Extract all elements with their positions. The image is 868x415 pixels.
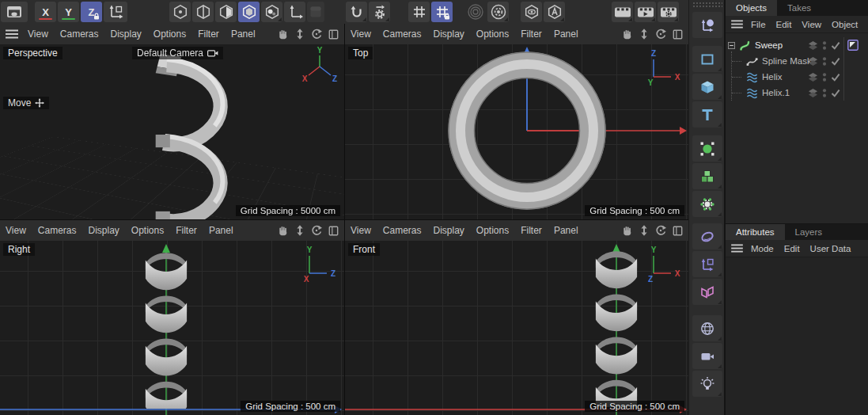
zoom-view-icon[interactable] bbox=[639, 29, 649, 40]
menu-cameras[interactable]: Cameras bbox=[60, 29, 99, 40]
lock-x-axis-button[interactable]: X bbox=[35, 2, 56, 22]
rotate-view-icon[interactable] bbox=[655, 29, 666, 40]
menu-options[interactable]: Options bbox=[476, 29, 509, 40]
menu-options[interactable]: Options bbox=[131, 225, 164, 236]
menu-panel[interactable]: Panel bbox=[554, 29, 578, 40]
rotate-view-icon[interactable] bbox=[311, 225, 322, 236]
menu-object[interactable]: Object bbox=[832, 20, 858, 29]
disabled-slot-button[interactable] bbox=[307, 2, 324, 22]
simulation-button[interactable] bbox=[692, 191, 722, 217]
model-mode-button[interactable] bbox=[238, 2, 260, 22]
tab-attributes[interactable]: Attributes bbox=[726, 224, 785, 240]
toggle-view-layout-icon[interactable] bbox=[328, 29, 339, 40]
tab-objects[interactable]: Objects bbox=[726, 0, 777, 16]
modeling-settings-button[interactable] bbox=[1, 2, 28, 22]
spline-primitives-button[interactable] bbox=[692, 46, 722, 72]
zoom-view-icon[interactable] bbox=[295, 29, 305, 40]
pan-view-icon[interactable] bbox=[278, 225, 289, 236]
menu-view[interactable]: View bbox=[28, 29, 48, 40]
lock-z-axis-button[interactable]: Z bbox=[81, 2, 102, 22]
tab-takes[interactable]: Takes bbox=[777, 0, 821, 16]
viewport-top-canvas[interactable]: Top Z X Y Grid Spacing : 500 cm bbox=[345, 44, 688, 219]
menu-display[interactable]: Display bbox=[88, 225, 119, 236]
menu-view[interactable]: View bbox=[802, 20, 821, 29]
coordinate-system-button[interactable] bbox=[104, 2, 127, 22]
tool-options-button[interactable] bbox=[369, 2, 390, 22]
visibility-dots-icon[interactable] bbox=[821, 72, 828, 82]
axis-workplane-button[interactable] bbox=[692, 251, 722, 277]
menu-options[interactable]: Options bbox=[476, 225, 509, 236]
panel-menu-icon[interactable] bbox=[731, 20, 743, 29]
menu-filter[interactable]: Filter bbox=[521, 29, 542, 40]
viewport-solo-button[interactable] bbox=[521, 2, 542, 22]
toggle-view-layout-icon[interactable] bbox=[328, 226, 339, 236]
symmetry-button[interactable] bbox=[692, 279, 722, 305]
menu-panel[interactable]: Panel bbox=[554, 225, 578, 236]
quantize-grid-locked-button[interactable] bbox=[431, 2, 453, 22]
edit-render-settings-button[interactable] bbox=[658, 2, 679, 22]
menu-mode[interactable]: Mode bbox=[751, 244, 774, 253]
menu-view[interactable]: View bbox=[351, 225, 371, 236]
menu-filter[interactable]: Filter bbox=[521, 225, 542, 236]
menu-display[interactable]: Display bbox=[110, 29, 141, 40]
primitive-cube-button[interactable] bbox=[692, 74, 722, 100]
menu-cameras[interactable]: Cameras bbox=[383, 225, 422, 236]
tab-layers[interactable]: Layers bbox=[785, 224, 833, 240]
auto-keying-button[interactable] bbox=[544, 2, 565, 22]
axis-mode-button[interactable] bbox=[284, 2, 305, 22]
menu-user-data[interactable]: User Data bbox=[810, 244, 851, 253]
enable-check-icon[interactable] bbox=[831, 89, 840, 97]
layer-icon[interactable] bbox=[808, 72, 818, 82]
quantize-grid-button[interactable] bbox=[408, 2, 430, 22]
menu-panel[interactable]: Panel bbox=[209, 225, 233, 236]
collapse-expander-icon[interactable] bbox=[728, 42, 735, 49]
light-button[interactable] bbox=[692, 371, 722, 397]
visibility-dots-icon[interactable] bbox=[821, 40, 828, 51]
physical-sky-button[interactable] bbox=[692, 315, 722, 341]
viewport-perspective-canvas[interactable]: Perspective Default Camera Move Y X Z bbox=[0, 44, 344, 219]
snap-rings-button[interactable] bbox=[464, 2, 486, 22]
pan-view-icon[interactable] bbox=[278, 29, 289, 40]
menu-options[interactable]: Options bbox=[154, 29, 186, 40]
camera-button[interactable] bbox=[692, 343, 722, 369]
enable-check-icon[interactable] bbox=[831, 57, 840, 66]
edges-mode-button[interactable] bbox=[192, 2, 214, 22]
menu-view[interactable]: View bbox=[6, 225, 26, 236]
object-row-helix[interactable]: Helix bbox=[726, 69, 868, 85]
menu-cameras[interactable]: Cameras bbox=[38, 225, 77, 236]
object-row-spline-mask[interactable]: Spline Mask bbox=[726, 53, 868, 69]
enable-check-icon[interactable] bbox=[831, 41, 840, 50]
menu-panel[interactable]: Panel bbox=[231, 29, 256, 40]
zoom-view-icon[interactable] bbox=[295, 225, 305, 236]
volume-builder-button[interactable] bbox=[692, 163, 722, 189]
visibility-dots-icon[interactable] bbox=[821, 88, 828, 98]
rotate-view-icon[interactable] bbox=[655, 225, 666, 236]
points-mode-button[interactable] bbox=[169, 2, 191, 22]
object-row-helix-1[interactable]: Helix.1 bbox=[726, 85, 868, 101]
layer-icon[interactable] bbox=[808, 88, 818, 98]
toggle-view-layout-icon[interactable] bbox=[673, 29, 683, 40]
pan-view-icon[interactable] bbox=[622, 29, 633, 40]
motext-button[interactable] bbox=[692, 101, 722, 128]
camera-selector[interactable]: Default Camera bbox=[132, 47, 223, 59]
menu-display[interactable]: Display bbox=[433, 29, 464, 40]
enable-check-icon[interactable] bbox=[831, 73, 840, 82]
lock-y-axis-button[interactable]: Y bbox=[58, 2, 79, 22]
polygons-mode-button[interactable] bbox=[215, 2, 237, 22]
palette-drag-handle[interactable] bbox=[692, 2, 722, 9]
viewport-right-canvas[interactable]: Right Y Z X Grid Spacing : 500 cm bbox=[0, 241, 344, 415]
subdivision-surface-button[interactable] bbox=[692, 135, 722, 162]
menu-edit[interactable]: Edit bbox=[784, 244, 800, 253]
menu-display[interactable]: Display bbox=[433, 225, 464, 236]
undo-rotate-button[interactable] bbox=[346, 2, 367, 22]
menu-view[interactable]: View bbox=[351, 29, 371, 40]
rotate-view-icon[interactable] bbox=[311, 29, 322, 40]
visibility-dots-icon[interactable] bbox=[821, 56, 828, 67]
layer-icon[interactable] bbox=[808, 40, 818, 51]
menu-filter[interactable]: Filter bbox=[198, 29, 219, 40]
zoom-view-icon[interactable] bbox=[639, 225, 649, 236]
phong-tag-icon[interactable] bbox=[847, 40, 859, 51]
bend-deformer-button[interactable] bbox=[692, 223, 722, 249]
object-row-sweep[interactable]: Sweep bbox=[726, 37, 868, 53]
snap-options-button[interactable] bbox=[487, 2, 509, 22]
